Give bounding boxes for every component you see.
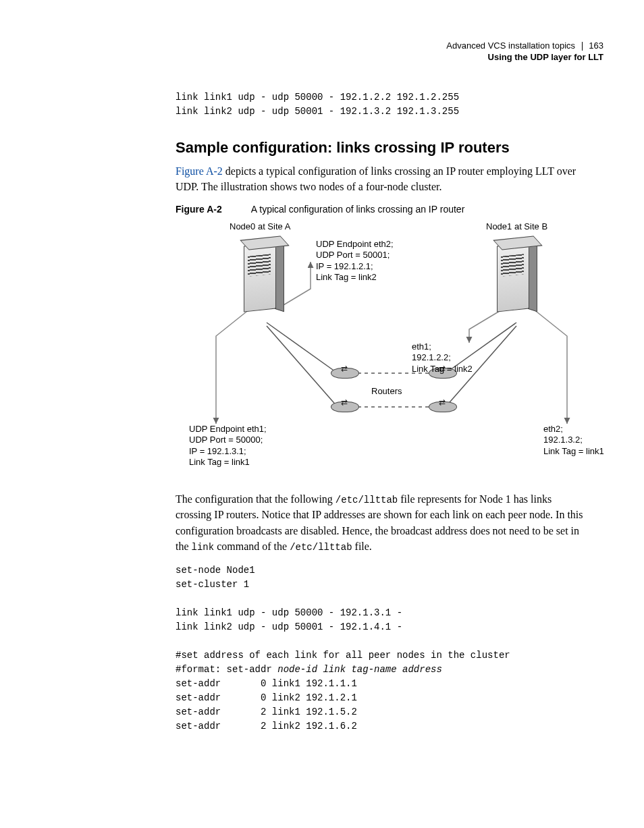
- node1-eth1-label: eth1; 192.1.2.2; Link Tag = link2: [412, 341, 473, 375]
- page: Advanced VCS installation topics 163 Usi…: [0, 0, 644, 828]
- router-icon: [429, 402, 456, 414]
- section-heading: Sample configuration: links crossing IP …: [176, 139, 590, 157]
- svg-line-1: [267, 326, 338, 407]
- node0-eth1-label: UDP Endpoint eth1; UDP Port = 50000; IP …: [189, 424, 267, 468]
- code-block-node1: set-node Node1 set-cluster 1 link link1 …: [176, 563, 590, 734]
- node1-title: Node1 at Site B: [486, 221, 547, 232]
- page-header: Advanced VCS installation topics 163 Usi…: [41, 40, 603, 63]
- para2-mono1: /etc/llttab: [336, 495, 398, 505]
- node0-eth2-label: UDP Endpoint eth2; UDP Port = 50001; IP …: [316, 239, 394, 283]
- figure-caption: Figure A-2 A typical configuration of li…: [176, 204, 590, 215]
- page-number: 163: [589, 40, 603, 51]
- header-subsection: Using the UDP layer for LLT: [41, 52, 603, 63]
- node1-eth2-label: eth2; 192.1.3.2; Link Tag = link1: [543, 424, 604, 457]
- intro-paragraph: Figure A-2 depicts a typical configurati…: [176, 163, 590, 194]
- router-icon: [331, 402, 358, 414]
- intro-paragraph-rest: depicts a typical configuration of links…: [176, 165, 576, 192]
- para2-c: command of the: [214, 541, 290, 552]
- content-column: link link1 udp - udp 50000 - 192.1.2.2 1…: [176, 90, 590, 734]
- svg-line-0: [267, 323, 338, 373]
- router-icon: [331, 368, 358, 380]
- para2-a: The configuration that the following: [176, 493, 336, 505]
- header-section-title: Advanced VCS installation topics: [446, 40, 575, 52]
- para2-d: file.: [352, 541, 372, 552]
- figure-diagram: Node0 at Site A Node1 at Site B Routers …: [203, 221, 621, 478]
- figure-link[interactable]: Figure A-2: [176, 165, 223, 177]
- para2-mono2: link: [192, 542, 215, 553]
- server-icon-node1: [493, 235, 536, 316]
- config-paragraph: The configuration that the following /et…: [176, 491, 590, 554]
- server-icon-node0: [240, 235, 283, 316]
- node0-title: Node0 at Site A: [230, 221, 290, 232]
- code-block-intro: link link1 udp - udp 50000 - 192.1.2.2 1…: [176, 90, 590, 119]
- figure-label: Figure A-2: [176, 204, 222, 215]
- para2-mono3: /etc/llttab: [290, 542, 352, 553]
- figure-caption-text: A typical configuration of links crossin…: [251, 204, 464, 215]
- routers-label: Routers: [371, 386, 402, 397]
- header-separator: [582, 42, 583, 51]
